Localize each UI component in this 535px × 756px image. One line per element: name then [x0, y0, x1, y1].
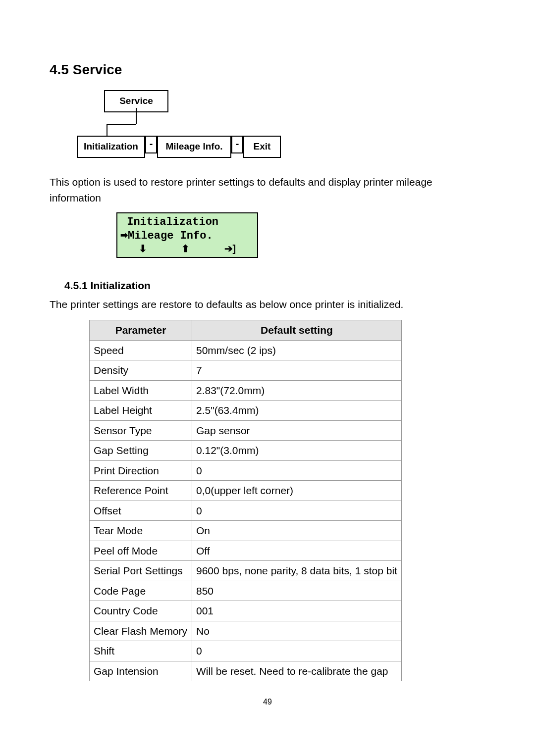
- cell-default: Gap sensor: [192, 420, 402, 441]
- flow-node-initialization: Initialization: [77, 136, 145, 158]
- cell-default: Off: [192, 541, 402, 561]
- service-flowchart: Service Initialization - Mileage Info. -…: [77, 90, 485, 164]
- cell-default: 0,0(upper left corner): [192, 481, 402, 501]
- subsection-paragraph: The printer settings are restore to defa…: [50, 297, 485, 312]
- table-row: Country Code001: [90, 601, 402, 621]
- table-header-row: Parameter Default setting: [90, 320, 402, 341]
- cell-parameter: Serial Port Settings: [90, 561, 192, 581]
- table-row: Peel off ModeOff: [90, 541, 402, 561]
- cell-default: No: [192, 621, 402, 641]
- cell-parameter: Peel off Mode: [90, 541, 192, 561]
- lcd-line-1: Initialization: [120, 215, 254, 229]
- table-row: Print Direction0: [90, 460, 402, 481]
- cell-parameter: Offset: [90, 501, 192, 521]
- cell-default: 7: [192, 360, 402, 381]
- lcd-display-wrap: Initialization Mileage Info. ⬇ ⬆ ➔]: [116, 212, 485, 258]
- table-row: Gap IntensionWill be reset. Need to re-c…: [90, 661, 402, 681]
- cell-default: 50mm/sec (2 ips): [192, 340, 402, 360]
- table-row: Label Height2.5"(63.4mm): [90, 401, 402, 421]
- section-heading: 4.5 Service: [50, 59, 485, 80]
- cell-parameter: Clear Flash Memory: [90, 621, 192, 641]
- cell-parameter: Label Width: [90, 380, 192, 401]
- lcd-arrow-row: ⬇ ⬆ ➔]: [120, 243, 254, 256]
- flow-connector: [107, 124, 107, 136]
- lcd-line-2: Mileage Info.: [120, 229, 254, 243]
- page-number: 49: [50, 696, 485, 708]
- cell-default: On: [192, 521, 402, 541]
- cell-default: 9600 bps, none parity, 8 data bits, 1 st…: [192, 561, 402, 581]
- table-row: Tear ModeOn: [90, 521, 402, 541]
- cell-default: 2.83"(72.0mm): [192, 380, 402, 401]
- flow-connector: [136, 108, 137, 124]
- cell-parameter: Country Code: [90, 601, 192, 621]
- cell-parameter: Gap Intension: [90, 661, 192, 681]
- cell-default: Will be reset. Need to re-calibrate the …: [192, 661, 402, 681]
- cell-default: 850: [192, 581, 402, 601]
- lcd-line-2-text: Mileage Info.: [128, 230, 213, 242]
- table-row: Density7: [90, 360, 402, 381]
- table-row: Offset0: [90, 501, 402, 521]
- cell-parameter: Tear Mode: [90, 521, 192, 541]
- intro-paragraph: This option is used to restore printer s…: [50, 174, 485, 205]
- cell-parameter: Code Page: [90, 581, 192, 601]
- enter-arrow-icon: ➔]: [224, 243, 236, 255]
- flow-node-mileage: Mileage Info.: [157, 136, 231, 158]
- table-row: Shift0: [90, 641, 402, 661]
- table-row: Serial Port Settings9600 bps, none parit…: [90, 561, 402, 581]
- table-row: Code Page850: [90, 581, 402, 601]
- flow-separator: -: [145, 136, 157, 153]
- cell-default: 2.5"(63.4mm): [192, 401, 402, 421]
- table-row: Reference Point0,0(upper left corner): [90, 481, 402, 501]
- table-row: Speed50mm/sec (2 ips): [90, 340, 402, 360]
- cell-parameter: Reference Point: [90, 481, 192, 501]
- flow-separator: -: [231, 136, 243, 153]
- cell-default: 0: [192, 501, 402, 521]
- table-row: Gap Setting0.12"(3.0mm): [90, 441, 402, 461]
- lcd-display: Initialization Mileage Info. ⬇ ⬆ ➔]: [116, 212, 258, 258]
- table-row: Sensor TypeGap sensor: [90, 420, 402, 441]
- up-arrow-icon: ⬆: [181, 243, 190, 255]
- document-page: 4.5 Service Service Initialization - Mil…: [0, 0, 535, 728]
- table-row: Label Width2.83"(72.0mm): [90, 380, 402, 401]
- cell-default: 0: [192, 641, 402, 661]
- flow-node-exit: Exit: [243, 136, 281, 158]
- cell-parameter: Sensor Type: [90, 420, 192, 441]
- down-arrow-icon: ⬇: [139, 243, 147, 255]
- subsection-heading: 4.5.1 Initialization: [64, 278, 485, 294]
- cell-default: 0: [192, 460, 402, 481]
- pointer-icon: [120, 230, 128, 242]
- flow-connector: [107, 124, 136, 125]
- cell-parameter: Speed: [90, 340, 192, 360]
- cell-parameter: Label Height: [90, 401, 192, 421]
- col-header-default: Default setting: [192, 320, 402, 341]
- cell-default: 0.12"(3.0mm): [192, 441, 402, 461]
- cell-default: 001: [192, 601, 402, 621]
- cell-parameter: Print Direction: [90, 460, 192, 481]
- defaults-table: Parameter Default setting Speed50mm/sec …: [89, 320, 402, 681]
- cell-parameter: Shift: [90, 641, 192, 661]
- cell-parameter: Density: [90, 360, 192, 381]
- col-header-parameter: Parameter: [90, 320, 192, 341]
- table-row: Clear Flash MemoryNo: [90, 621, 402, 641]
- cell-parameter: Gap Setting: [90, 441, 192, 461]
